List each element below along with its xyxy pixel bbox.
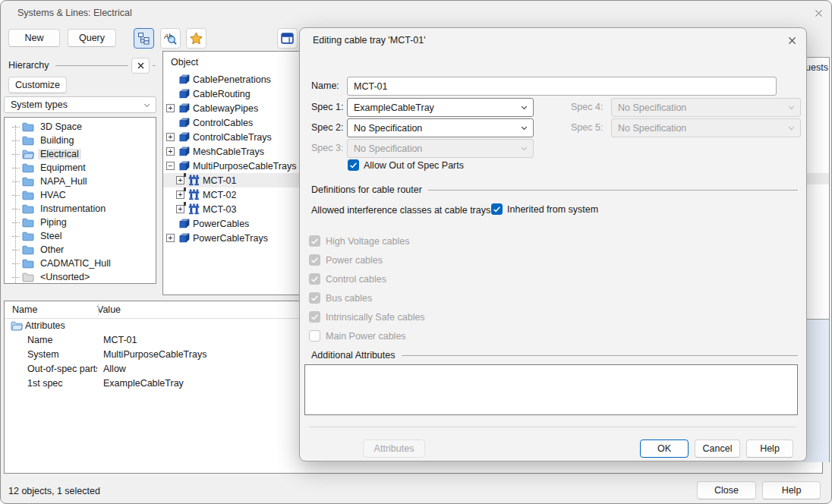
spec5-label: Spec 5:: [571, 122, 603, 133]
tree-expander[interactable]: +: [166, 234, 175, 242]
new-button[interactable]: New: [8, 29, 60, 47]
dialog-help-button[interactable]: Help: [746, 439, 793, 458]
window-close-button[interactable]: [807, 5, 830, 21]
object-tree-item[interactable]: + MCT-01: [163, 173, 299, 187]
interference-class-label: Main Power cables: [326, 331, 406, 342]
folder-label: Equipment: [38, 162, 88, 173]
name-input[interactable]: [347, 77, 777, 96]
column-divider[interactable]: [98, 304, 99, 316]
hierarchy-tree-item[interactable]: CADMATIC_Hull: [5, 257, 156, 270]
folder-label: NAPA_Hull: [38, 176, 90, 187]
allow-out-of-spec-checkbox-row[interactable]: Allow Out of Spec Parts: [348, 159, 464, 171]
folder-label: Steel: [38, 231, 65, 241]
close-button[interactable]: Close: [697, 481, 756, 499]
hierarchy-type-value: System types: [11, 99, 141, 110]
spec1-select[interactable]: ExampleCableTray: [347, 98, 534, 117]
hierarchy-type-select[interactable]: System types: [4, 96, 156, 113]
object-label: ControlCables: [193, 118, 253, 128]
customize-button[interactable]: Customize: [8, 77, 67, 93]
cancel-button[interactable]: Cancel: [695, 439, 740, 458]
tree-expander[interactable]: −: [166, 162, 175, 170]
tree-expander[interactable]: +: [166, 147, 175, 156]
spec3-select: No Specification: [347, 139, 534, 158]
tree-expander[interactable]: +: [176, 205, 184, 213]
hierarchy-tree-item[interactable]: Instrumentation: [5, 202, 156, 216]
checkbox-checked[interactable]: [491, 203, 503, 215]
close-icon: [787, 36, 797, 46]
window-layout-button[interactable]: [277, 28, 298, 49]
column-header-value[interactable]: Value: [97, 304, 121, 315]
dialog-close-button[interactable]: [783, 33, 801, 48]
attribute-value: Allow: [97, 364, 126, 374]
inherited-checkbox-row[interactable]: Inherited from system: [491, 203, 598, 215]
object-tree-item[interactable]: CablePenetrations: [163, 72, 299, 87]
folder-icon: [22, 121, 34, 132]
object-label: CablePenetrations: [193, 74, 271, 85]
object-icon: [178, 102, 190, 114]
inherited-label: Inherited from system: [507, 204, 598, 215]
object-tree-item[interactable]: + MCT-02: [163, 187, 299, 202]
tree-expander[interactable]: +: [166, 133, 175, 141]
query-button[interactable]: Query: [68, 29, 116, 47]
hierarchy-tree-item[interactable]: Piping: [5, 216, 156, 229]
hierarchy-tree-item[interactable]: 3D Space: [5, 120, 156, 134]
find-text-button[interactable]: Ab: [160, 28, 181, 49]
column-header-name[interactable]: Name: [5, 304, 97, 315]
hierarchy-tree-icon: [137, 32, 150, 45]
object-icon: [178, 146, 190, 157]
hierarchy-tree-item[interactable]: NAPA_Hull: [5, 175, 156, 188]
object-tree-item[interactable]: ControlCables: [163, 115, 299, 130]
interference-class-row: Control cables: [309, 269, 613, 288]
object-tree-item[interactable]: + ControlCa: [163, 130, 299, 144]
hierarchy-tree-item[interactable]: Building: [5, 134, 156, 147]
tree-expander[interactable]: +: [176, 176, 184, 184]
tree-expander[interactable]: +: [176, 191, 184, 199]
group-line: [153, 65, 156, 66]
window-layout-icon: [281, 32, 294, 45]
hierarchy-tree-item[interactable]: Equipment: [5, 161, 156, 175]
folder-icon: [22, 176, 34, 187]
hierarchy-tree-button[interactable]: [134, 28, 154, 49]
additional-attributes-textarea[interactable]: [304, 364, 798, 415]
help-button[interactable]: Help: [762, 481, 821, 499]
object-panel-header: Object: [163, 52, 299, 72]
object-tree-item[interactable]: + MCT-03: [163, 202, 299, 216]
attribute-name: Out-of-spec parts: [5, 364, 97, 374]
object-tree-item[interactable]: − MultiPurp: [163, 159, 299, 173]
object-icon: [178, 160, 190, 172]
title-bar: Systems & Lines: Electrical: [1, 1, 832, 25]
object-tree-item[interactable]: PowerCables: [163, 216, 299, 231]
hierarchy-close-button[interactable]: [131, 58, 150, 74]
spec1-label: Spec 1:: [311, 102, 343, 112]
hierarchy-tree-item[interactable]: <Unsorted>: [5, 270, 156, 284]
spec4-label: Spec 4:: [571, 102, 603, 112]
folder-icon: [22, 162, 34, 173]
spec4-select: No Specification: [611, 98, 801, 117]
object-tree: CablePenetrations: [163, 72, 299, 245]
folder-label: Electrical: [38, 149, 81, 159]
chevron-down-icon: [141, 99, 153, 111]
object-icon: [178, 218, 190, 229]
tree-expander[interactable]: +: [166, 104, 175, 112]
hierarchy-tree-item[interactable]: Electrical: [5, 147, 156, 161]
folder-icon: [22, 203, 34, 214]
system-icon: [178, 74, 190, 85]
object-label: PowerCableTrays: [193, 233, 268, 244]
object-tree-item[interactable]: + PowerCabl: [163, 231, 299, 245]
object-tree-item[interactable]: CableRouting: [163, 87, 299, 101]
object-tree-item[interactable]: + MeshCable: [163, 144, 299, 159]
ok-button[interactable]: OK: [640, 439, 689, 458]
favorites-star-button[interactable]: [186, 28, 206, 49]
hierarchy-tree-item[interactable]: Other: [5, 243, 156, 257]
attribute-value: ExampleCableTray: [97, 378, 184, 389]
spec2-select[interactable]: No Specification: [347, 118, 534, 137]
hierarchy-tree-item[interactable]: Steel: [5, 229, 156, 243]
cable-tray-icon: [188, 189, 200, 200]
object-label: PowerCables: [193, 219, 249, 229]
folder-icon: [22, 258, 34, 269]
object-tree-item[interactable]: + CablewayP: [163, 101, 299, 115]
object-label: MeshCableTrays: [193, 146, 264, 157]
hierarchy-tree-item[interactable]: HVAC: [5, 188, 156, 202]
chevron-down-icon: [786, 122, 797, 134]
checkbox-checked[interactable]: [348, 159, 359, 171]
